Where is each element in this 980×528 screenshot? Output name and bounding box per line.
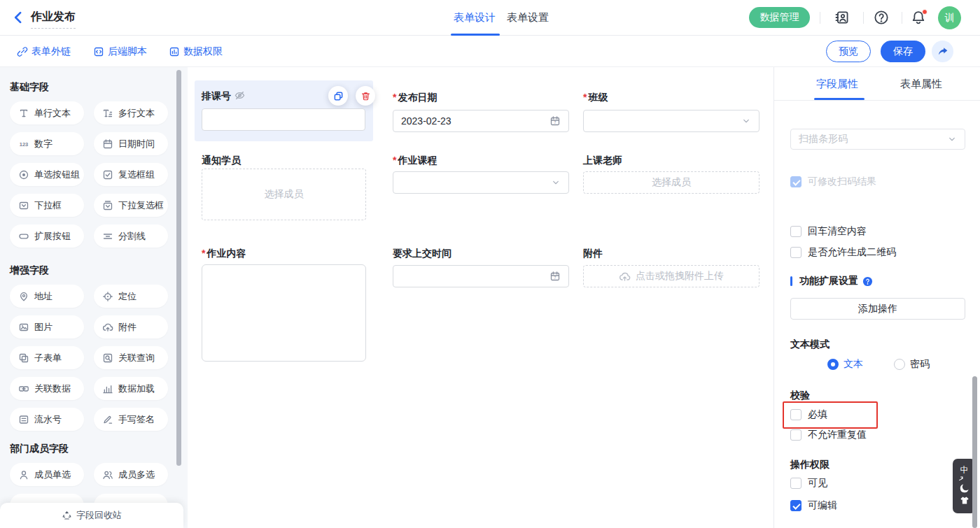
field-type-multi-select[interactable]: 下拉复选框 bbox=[94, 194, 168, 217]
text-mode-radio-password[interactable]: 密码 bbox=[894, 358, 930, 371]
serial-number-icon bbox=[18, 414, 29, 425]
page-title[interactable]: 作业发布 bbox=[31, 10, 76, 29]
sidebar-sections: 基础字段单行文本多行文本123数字日期时间单选按钮组复选框组下拉框下拉复选框扩展… bbox=[10, 81, 178, 517]
text-mode-radio-text[interactable]: 文本 bbox=[827, 358, 863, 371]
subform-icon bbox=[18, 352, 29, 364]
form-toolbar: 表单外链 后端脚本 数据权限 预览 保存 bbox=[0, 36, 980, 67]
field-type-data-load[interactable]: 数据加载 bbox=[94, 377, 168, 400]
recycle-bin-label: 字段回收站 bbox=[76, 509, 122, 522]
field-type-divider[interactable]: 分割线 bbox=[94, 224, 168, 248]
theme-shirt-icon[interactable] bbox=[959, 495, 970, 506]
tab-form-properties[interactable]: 表单属性 bbox=[900, 78, 942, 91]
delete-field-button[interactable] bbox=[356, 86, 375, 106]
dark-mode-moon-icon[interactable] bbox=[959, 483, 970, 494]
field-type-label: 成员多选 bbox=[118, 469, 155, 481]
field-type-subform[interactable]: 子表单 bbox=[10, 346, 84, 369]
field-type-related-data[interactable]: 关联数据 bbox=[10, 377, 84, 400]
tab-form-settings[interactable]: 表单设置 bbox=[507, 11, 549, 24]
field-type-related-query[interactable]: 关联查询 bbox=[94, 346, 168, 369]
avatar[interactable]: 训 bbox=[938, 6, 961, 29]
field-type-datetime[interactable]: 日期时间 bbox=[94, 132, 168, 155]
field-type-checkbox-group[interactable]: 复选框组 bbox=[94, 163, 168, 186]
address-icon bbox=[18, 291, 29, 302]
checkbox-label: 回车清空内容 bbox=[808, 225, 867, 238]
field-type-signature[interactable]: 手写签名 bbox=[94, 408, 168, 431]
label-text: 班级 bbox=[588, 92, 608, 103]
no-duplicate-checkbox[interactable]: 不允许重复值 bbox=[790, 429, 867, 441]
add-action-button[interactable]: 添加操作 bbox=[790, 298, 965, 320]
course-select[interactable] bbox=[393, 171, 569, 194]
tab-form-design[interactable]: 表单设计 bbox=[454, 11, 496, 24]
divider bbox=[902, 12, 902, 24]
field-type-select[interactable]: 下拉框 bbox=[10, 194, 84, 217]
backend-script-link[interactable]: 后端脚本 bbox=[93, 45, 147, 58]
save-button[interactable]: 保存 bbox=[881, 41, 925, 62]
required-checkbox[interactable]: 必填 bbox=[790, 408, 827, 421]
field-type-location[interactable]: 定位 bbox=[94, 285, 168, 308]
question-icon[interactable] bbox=[862, 276, 873, 287]
due-time-input[interactable]: 7 bbox=[393, 265, 569, 287]
checkbox-unchecked[interactable] bbox=[790, 478, 802, 489]
radio-unchecked[interactable] bbox=[894, 359, 905, 370]
field-type-number[interactable]: 123数字 bbox=[10, 132, 84, 155]
attachment-upload[interactable]: 点击或拖拽附件上传 bbox=[583, 265, 760, 287]
clear-on-enter-checkbox[interactable]: 回车清空内容 bbox=[790, 225, 867, 238]
checkbox-unchecked[interactable] bbox=[790, 429, 802, 441]
field-type-label: 图片 bbox=[34, 321, 52, 334]
tab-field-properties[interactable]: 字段属性 bbox=[816, 78, 858, 91]
field-type-address[interactable]: 地址 bbox=[10, 285, 84, 308]
field-type-image[interactable]: 图片 bbox=[10, 315, 84, 338]
field-type-label: 子表单 bbox=[34, 352, 62, 364]
chevron-down-icon bbox=[741, 116, 751, 126]
data-permission-link[interactable]: 数据权限 bbox=[169, 45, 223, 58]
language-toggle-icon[interactable]: 中 bbox=[960, 466, 969, 474]
field-type-single-line-text[interactable]: 单行文本 bbox=[10, 101, 84, 124]
course-no-input[interactable] bbox=[202, 108, 365, 131]
publish-date-input[interactable]: 2023-02-23 7 bbox=[393, 110, 569, 132]
checkbox-unchecked[interactable] bbox=[790, 409, 802, 420]
radio-checked[interactable] bbox=[827, 359, 839, 370]
text-mode-title: 文本模式 bbox=[790, 338, 830, 351]
back-icon[interactable] bbox=[11, 10, 25, 24]
allow-qrcode-checkbox[interactable]: 是否允许生成二维码 bbox=[790, 246, 896, 259]
copy-field-button[interactable] bbox=[328, 86, 348, 106]
form-external-link[interactable]: 表单外链 bbox=[17, 45, 71, 58]
required-star: * bbox=[393, 155, 396, 166]
content-textarea[interactable] bbox=[202, 264, 366, 362]
field-label-content: *作业内容 bbox=[202, 248, 246, 259]
field-type-member-single[interactable]: 成员单选 bbox=[10, 463, 84, 486]
preview-button[interactable]: 预览 bbox=[826, 41, 871, 62]
label-text: 作业课程 bbox=[398, 155, 437, 166]
sidebar-section: 基础字段单行文本多行文本123数字日期时间单选按钮组复选框组下拉框下拉复选框扩展… bbox=[10, 81, 178, 248]
help-icon[interactable] bbox=[874, 10, 889, 25]
publish-date-value: 2023-02-23 bbox=[401, 115, 550, 127]
data-manage-button[interactable]: 数据管理 bbox=[749, 7, 810, 28]
field-type-label: 关联查询 bbox=[118, 352, 155, 364]
checkbox-unchecked[interactable] bbox=[790, 226, 802, 237]
field-type-attachment[interactable]: 附件 bbox=[94, 315, 168, 338]
field-type-label: 复选框组 bbox=[118, 169, 155, 181]
share-button[interactable] bbox=[932, 41, 953, 62]
field-type-serial-number[interactable]: 流水号 bbox=[10, 408, 84, 431]
field-recycle-bin[interactable]: 字段回收站 bbox=[0, 503, 183, 528]
field-type-label: 流水号 bbox=[34, 413, 62, 426]
field-type-extend-button[interactable]: 扩展按钮 bbox=[10, 224, 84, 248]
sidebar-scrollbar[interactable] bbox=[176, 70, 181, 466]
property-panel: 字段属性 表单属性 可修改扫码结果 扫描条形码 回车清空内容 是否允许生成二维码… bbox=[774, 67, 980, 528]
contact-book-icon[interactable] bbox=[834, 10, 850, 25]
ext-settings-title: 功能扩展设置 bbox=[790, 275, 873, 287]
field-type-multi-line-text[interactable]: 多行文本 bbox=[94, 101, 168, 124]
field-type-label: 日期时间 bbox=[118, 138, 155, 150]
field-label-teacher: 上课老师 bbox=[583, 155, 622, 166]
field-type-radio-group[interactable]: 单选按钮组 bbox=[10, 163, 84, 186]
class-select[interactable] bbox=[583, 110, 760, 132]
radio-group-icon bbox=[18, 169, 29, 180]
notify-students-picker[interactable]: 选择成员 bbox=[202, 169, 366, 220]
editable-checkbox[interactable]: 可编辑 bbox=[790, 499, 837, 512]
visible-checkbox[interactable]: 可见 bbox=[790, 477, 827, 490]
checkbox-unchecked[interactable] bbox=[790, 247, 802, 258]
page-scrollbar[interactable] bbox=[972, 376, 977, 528]
field-type-member-multi[interactable]: 成员多选 bbox=[94, 463, 168, 486]
teacher-picker[interactable]: 选择成员 bbox=[583, 171, 760, 194]
checkbox-checked[interactable] bbox=[790, 500, 802, 511]
